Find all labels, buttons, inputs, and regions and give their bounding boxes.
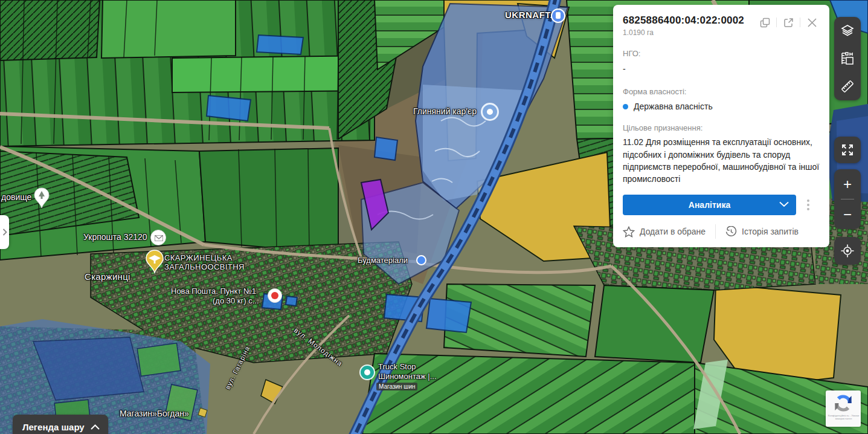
label-budmaterialy: Будматеріали bbox=[358, 256, 408, 265]
parcel-info-panel: 6825886400:04:022:0002 1.0190 га НГО: - … bbox=[613, 5, 829, 247]
label-ukrnafta: UKRNAFTA bbox=[505, 10, 557, 20]
budmaterialy-marker-icon[interactable] bbox=[416, 255, 426, 265]
zoom-control-group: + − bbox=[834, 169, 861, 229]
recaptcha-privacy-line1: Конфіденційність - Умови bbox=[828, 414, 858, 417]
parcel-area: 1.0190 га bbox=[623, 28, 744, 37]
recaptcha-badge[interactable]: Конфіденційність - Умови використання bbox=[826, 390, 861, 427]
label-school-line1: СКАРЖИНЕЦЬКА bbox=[164, 253, 233, 262]
fullscreen-button[interactable] bbox=[834, 137, 861, 163]
novaposhta-marker-icon[interactable] bbox=[268, 288, 282, 303]
recaptcha-privacy-line2: використання bbox=[828, 417, 858, 420]
layer-legend-button[interactable]: Легенда шару bbox=[13, 415, 108, 434]
ownership-label: Форма власності: bbox=[623, 87, 820, 96]
label-truckstop-line1: Truck Stop bbox=[378, 362, 416, 371]
analytics-button[interactable]: Аналітика bbox=[623, 195, 796, 215]
more-options-icon[interactable] bbox=[805, 197, 812, 213]
close-icon[interactable] bbox=[804, 16, 820, 29]
favorites-label: Додати в обране bbox=[640, 227, 706, 236]
ngo-value: - bbox=[623, 63, 820, 75]
zoom-out-label: − bbox=[843, 207, 852, 222]
zoom-in-label: + bbox=[843, 177, 852, 192]
open-in-new-icon[interactable] bbox=[780, 16, 796, 29]
label-truckstop-line3: Магазин шин bbox=[376, 383, 417, 390]
history-clock-icon bbox=[725, 226, 737, 238]
label-bogdan: Магазин»Богдан» bbox=[120, 409, 189, 418]
star-icon bbox=[623, 226, 635, 238]
purpose-value: 11.02 Для розміщення та експлуатації осн… bbox=[623, 136, 820, 185]
label-novaposhta-line1: Нова Пошта. Пункт №1 bbox=[171, 287, 256, 296]
label-novaposhta-line2: (до 30 кг) с... bbox=[213, 296, 259, 305]
locate-group bbox=[834, 237, 861, 265]
label-truckstop-line2: Шиномонтаж |... bbox=[378, 372, 437, 381]
layers-icon bbox=[840, 24, 855, 38]
purpose-label: Цільове призначення: bbox=[623, 123, 820, 132]
chevron-down-icon bbox=[779, 201, 789, 207]
label-school-line2: ЗАГАЛЬНООСВІТНЯ bbox=[164, 262, 245, 271]
layers-button[interactable] bbox=[834, 17, 861, 45]
fuel-station-icon[interactable] bbox=[551, 8, 565, 23]
ruler-icon bbox=[840, 79, 855, 94]
add-to-favorites-button[interactable]: Додати в обране bbox=[623, 226, 706, 238]
zoom-out-button[interactable]: − bbox=[834, 199, 861, 229]
copy-icon[interactable] bbox=[757, 16, 773, 29]
recaptcha-logo-icon bbox=[833, 393, 854, 413]
truckstop-marker-icon[interactable] bbox=[359, 364, 375, 380]
chevron-right-icon bbox=[2, 228, 7, 236]
history-label: Історія запитів bbox=[742, 227, 799, 236]
label-cemetery: довище bbox=[1, 192, 31, 202]
ownership-dot bbox=[623, 104, 628, 109]
map-tools-group bbox=[834, 17, 861, 100]
request-history-button[interactable]: Історія запитів bbox=[725, 226, 799, 238]
measure-plan-icon bbox=[840, 51, 855, 66]
ownership-value: Державна власність bbox=[634, 102, 713, 111]
cemetery-pin-icon[interactable] bbox=[33, 187, 50, 212]
parcel-cadastral-number: 6825886400:04:022:0002 bbox=[623, 15, 744, 27]
chevron-up-icon bbox=[91, 424, 100, 430]
fullscreen-icon bbox=[841, 143, 854, 157]
quarry-marker-icon[interactable] bbox=[481, 103, 499, 121]
zoom-in-button[interactable]: + bbox=[834, 169, 861, 199]
label-town: Скаржинці bbox=[85, 271, 130, 282]
measure-plan-button[interactable] bbox=[834, 45, 861, 73]
locate-button[interactable] bbox=[834, 237, 861, 265]
post-office-icon[interactable] bbox=[150, 230, 166, 245]
label-post-office: Укрпошта 32120 bbox=[83, 232, 147, 242]
side-panel-handle[interactable] bbox=[0, 215, 9, 249]
ruler-button[interactable] bbox=[834, 73, 861, 100]
locate-icon bbox=[840, 244, 855, 258]
layer-legend-label: Легенда шару bbox=[22, 422, 85, 432]
label-quarry: Глиняний кар'єр bbox=[413, 106, 477, 116]
ngo-label: НГО: bbox=[623, 49, 820, 58]
school-pin-icon[interactable] bbox=[145, 250, 164, 276]
fullscreen-group bbox=[834, 137, 861, 163]
